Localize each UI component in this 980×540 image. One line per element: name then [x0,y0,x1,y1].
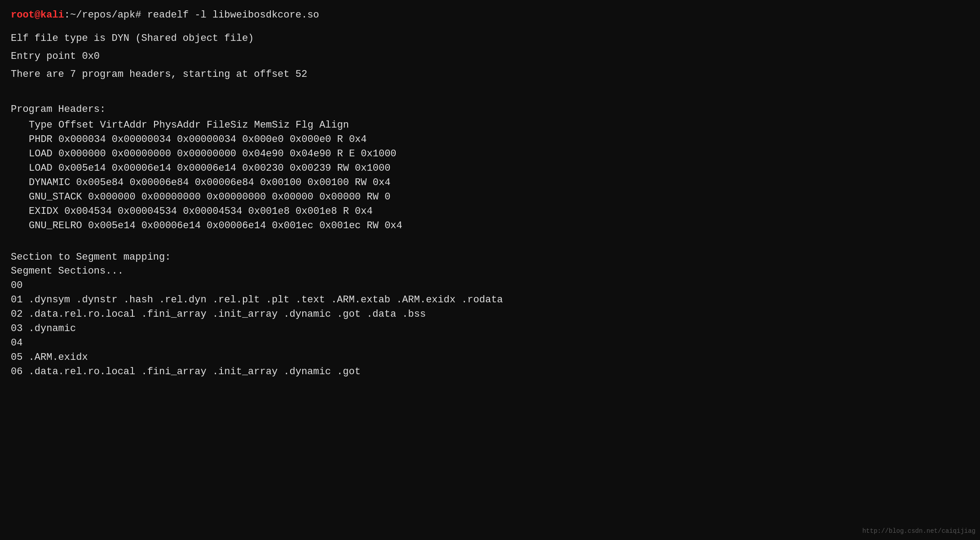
mapping-num-01: 01 [11,294,22,305]
empty-line-2 [11,233,969,243]
table-row-load1: LOAD 0x000000 0x00000000 0x00000000 0x04… [29,147,969,161]
table-row-gnu-stack: GNU_STACK 0x000000 0x00000000 0x00000000… [29,190,969,204]
prompt-symbol: # [135,9,141,21]
mapping-row-00: 00 [11,279,969,293]
watermark: http://blog.csdn.net/caiqijiag [862,527,976,536]
prompt-user: root@kali [11,9,64,21]
prompt-path: :~/repos/apk [64,9,135,21]
table-row-exidx: EXIDX 0x004534 0x00004534 0x00004534 0x0… [29,204,969,219]
mapping-num-06: 06 [11,366,22,377]
mapping-num-03: 03 [11,323,22,334]
mapping-num-00: 00 [11,280,22,291]
table-row-load2: LOAD 0x005e14 0x00006e14 0x00006e14 0x00… [29,161,969,176]
section-mapping-label: Section to Segment mapping: [11,250,969,265]
mapping-num-02: 02 [11,309,22,320]
entry-point-line: Entry point 0x0 [11,49,969,64]
mapping-sections-01: .dynsym .dynstr .hash .rel.dyn .rel.plt … [22,294,503,305]
terminal-window: root@kali:~/repos/apk# readelf -l libwei… [11,8,969,379]
mapping-sections-02: .data.rel.ro.local .fini_array .init_arr… [22,309,426,320]
mapping-row-06: 06 .data.rel.ro.local .fini_array .init_… [11,365,969,379]
mapping-row-02: 02 .data.rel.ro.local .fini_array .init_… [11,307,969,322]
prompt-line: root@kali:~/repos/apk# readelf -l libwei… [11,8,969,22]
segment-sections-label: Segment Sections... [11,264,969,279]
table-header: Type Offset VirtAddr PhysAddr FileSiz Me… [29,118,969,133]
mapping-sections-06: .data.rel.ro.local .fini_array .init_arr… [22,366,361,377]
table-row-gnu-relro: GNU_RELRO 0x005e14 0x00006e14 0x00006e14… [29,219,969,233]
mapping-num-05: 05 [11,352,22,363]
mapping-sections-03: .dynamic [22,323,76,334]
mapping-sections-05: .ARM.exidx [22,352,88,363]
elf-type-line: Elf file type is DYN (Shared object file… [11,31,969,46]
empty-line-1 [11,85,969,95]
mapping-row-03: 03 .dynamic [11,322,969,336]
mapping-row-04: 04 [11,336,969,350]
section-mapping: Section to Segment mapping: Segment Sect… [11,250,969,379]
program-headers-label: Program Headers: [11,102,969,117]
table-row-phdr: PHDR 0x000034 0x00000034 0x00000034 0x00… [29,133,969,147]
prompt-command: readelf -l libweibosdkcore.so [141,9,319,21]
table-rows: PHDR 0x000034 0x00000034 0x00000034 0x00… [11,133,969,233]
table-row-dynamic: DYNAMIC 0x005e84 0x00006e84 0x00006e84 0… [29,176,969,190]
mapping-rows: 00 01 .dynsym .dynstr .hash .rel.dyn .re… [11,279,969,379]
mapping-num-04: 04 [11,337,22,349]
mapping-row-01: 01 .dynsym .dynstr .hash .rel.dyn .rel.p… [11,293,969,307]
program-headers-count-line: There are 7 program headers, starting at… [11,67,969,82]
mapping-row-05: 05 .ARM.exidx [11,350,969,365]
